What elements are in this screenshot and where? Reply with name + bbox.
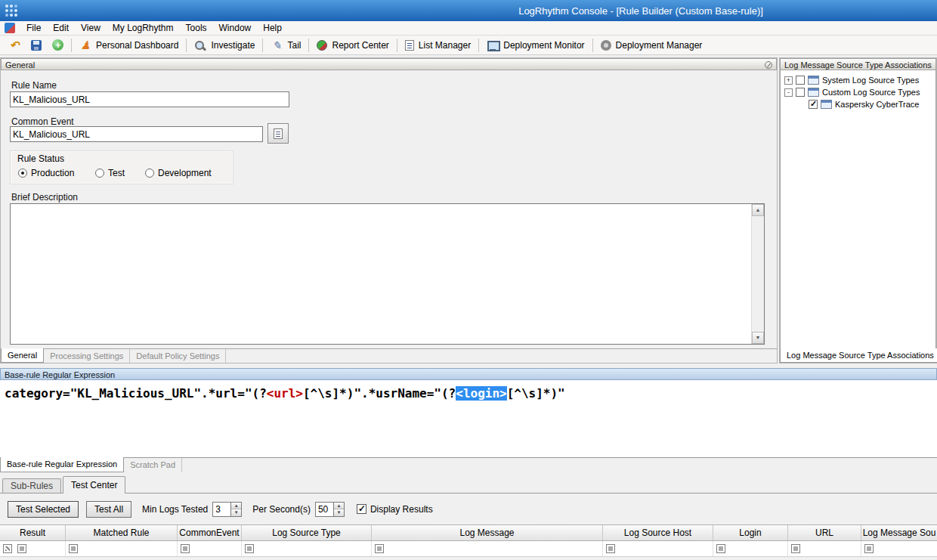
report-center-icon [317,40,327,51]
source-associations-panel: Log Message Source Type Associations + S… [779,57,937,364]
rule-status-groupbox: Rule Status Production Test Development [10,150,233,184]
tail-button[interactable]: Tail [265,36,306,54]
menubar: File Edit View My LogRhythm Tools Window… [0,21,937,36]
tab-sub-rules[interactable]: Sub-Rules [2,478,61,493]
menu-help[interactable]: Help [257,21,288,35]
cell-box-icon [606,544,615,553]
toolbar-separator [592,39,593,52]
rule-name-input[interactable] [10,91,289,107]
general-panel-header: General [1,58,777,70]
undo-icon [8,39,20,51]
titlebar[interactable]: LogRhythm Console - [Rule Builder (Custo… [0,0,937,21]
collapse-icon[interactable]: - [784,88,793,97]
deployment-manager-button[interactable]: Deployment Manager [595,36,708,54]
tree-item-kaspersky-cybertrace[interactable]: Kaspersky CyberTrace [781,98,935,110]
per-second-stepper[interactable]: 50 ▲ ▼ [315,502,345,517]
menu-tools[interactable]: Tools [180,21,213,35]
cell-box-icon [245,544,254,553]
min-logs-value[interactable]: 3 [213,503,230,516]
regex-part-3: [^\s]*)" [507,386,565,401]
test-all-button[interactable]: Test All [86,501,131,518]
menu-my-logrhythm[interactable]: My LogRhythm [107,21,180,35]
column-header-result[interactable]: Result [0,525,66,540]
regex-tabs: Base-rule Regular Expression Scratch Pad [0,458,937,472]
column-header-log-message[interactable]: Log Message [372,525,603,540]
investigate-button[interactable]: Investigate [189,36,260,54]
regex-expression[interactable]: category="KL_Malicious_URL".*url="(?<url… [5,386,565,401]
tab-test-center[interactable]: Test Center [63,476,125,493]
tab-general[interactable]: General [1,348,44,363]
radio-test-icon [95,169,104,178]
radio-test[interactable]: Test [95,168,125,178]
common-event-input[interactable] [10,126,263,142]
expand-icon[interactable]: + [784,76,793,85]
radio-test-label: Test [108,168,125,178]
menu-file[interactable]: File [20,21,47,35]
regex-panel-header: Base-rule Regular Expression [0,368,937,380]
deployment-manager-icon [601,40,611,51]
display-results-label: Display Results [370,504,433,515]
auto-hide-pin-icon[interactable] [765,61,772,69]
stepper-down-icon[interactable]: ▼ [231,509,241,516]
deployment-monitor-button[interactable]: Deployment Monitor [481,36,589,54]
stepper-down-icon[interactable]: ▼ [334,509,344,516]
brief-description-textarea[interactable]: ▲ ▼ [10,203,765,345]
per-second-value[interactable]: 50 [316,503,333,516]
scroll-up-icon[interactable]: ▲ [752,204,764,216]
menu-edit[interactable]: Edit [47,21,75,35]
app-menu-icon[interactable] [5,23,15,33]
main-toolbar: Personal Dashboard Investigate Tail Repo… [0,36,937,55]
cell-url [788,541,861,556]
vertical-scrollbar[interactable]: ▲ ▼ [751,204,764,344]
column-header-commonevent[interactable]: CommonEvent [178,525,242,540]
tab-log-message-source-type-associations[interactable]: Log Message Source Type Associations [780,348,937,363]
tree-item-label[interactable]: System Log Source Types [822,76,919,85]
undo-button[interactable] [3,36,26,54]
general-panel-title: General [5,60,35,70]
add-button[interactable] [47,36,69,54]
column-header-login[interactable]: Login [713,525,788,540]
radio-production[interactable]: Production [18,168,74,178]
cell-login [713,541,788,556]
regex-editor[interactable]: category="KL_Malicious_URL".*url="(?<url… [0,380,937,458]
stepper-up-icon[interactable]: ▲ [231,503,241,510]
scroll-down-icon[interactable]: ▼ [752,332,764,344]
tree-item-label[interactable]: Kaspersky CyberTrace [835,100,919,109]
tree-item-label[interactable]: Custom Log Source Types [822,88,920,97]
test-selected-button[interactable]: Test Selected [8,501,79,518]
checkbox-checked-icon[interactable] [809,100,818,109]
column-header-matched-rule[interactable]: Matched Rule [66,525,178,540]
toolbar-separator [478,39,479,52]
regex-url-capture-group: <url> [267,386,303,401]
display-results-checkbox[interactable] [357,504,366,514]
column-header-url[interactable]: URL [788,525,861,540]
tail-pencil-icon [271,39,283,51]
personal-dashboard-button[interactable]: Personal Dashboard [74,36,184,54]
checkbox-unchecked-icon[interactable] [796,88,805,97]
radio-development[interactable]: Development [145,168,212,178]
cell-box-icon [864,544,874,553]
tab-base-rule-regular-expression[interactable]: Base-rule Regular Expression [0,457,124,472]
stepper-up-icon[interactable]: ▲ [334,503,344,510]
report-center-button[interactable]: Report Center [311,36,394,54]
menu-window[interactable]: Window [213,21,258,35]
tab-processing-settings[interactable]: Processing Settings [44,349,130,363]
tab-default-policy-settings[interactable]: Default Policy Settings [130,349,226,363]
checkbox-unchecked-icon[interactable] [796,76,805,85]
min-logs-stepper[interactable]: 3 ▲ ▼ [212,502,242,517]
tree-item-custom-log-source-types[interactable]: - Custom Log Source Types [781,86,935,98]
tab-scratch-pad[interactable]: Scratch Pad [124,458,182,472]
personal-dashboard-label: Personal Dashboard [96,40,178,51]
menu-view[interactable]: View [75,21,107,35]
tree-item-system-log-source-types[interactable]: + System Log Source Types [781,74,935,86]
column-header-log-message-source[interactable]: Log Message Sou [861,525,937,540]
rule-status-label: Rule Status [17,153,64,164]
column-header-log-source-type[interactable]: Log Source Type [242,525,372,540]
cell-log-message [372,541,603,556]
toolbar-separator [308,39,309,52]
list-manager-button[interactable]: List Manager [400,36,476,54]
common-event-browse-button[interactable] [267,123,289,144]
column-header-log-source-host[interactable]: Log Source Host [603,525,713,540]
save-button[interactable] [26,36,47,54]
table-row[interactable] [0,541,937,557]
